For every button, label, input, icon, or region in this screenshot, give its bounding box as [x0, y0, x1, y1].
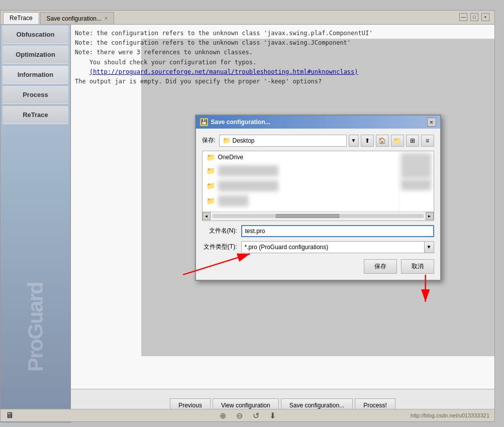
- sidebar-item-obfuscation[interactable]: Obfuscation: [3, 26, 68, 44]
- up-folder-button[interactable]: ⬆: [361, 135, 374, 147]
- location-dropdown-button[interactable]: ▼: [349, 135, 359, 147]
- file-list-right: [398, 151, 434, 212]
- file-item-blurred-2[interactable]: 📁: [203, 178, 398, 193]
- tab-save-config[interactable]: Save configuration... ×: [40, 12, 114, 24]
- tab-retrace[interactable]: ReTrace: [3, 12, 39, 24]
- list-view-button[interactable]: ≡: [421, 135, 434, 147]
- sidebar-watermark: ProGuard: [1, 252, 71, 402]
- window-controls: — □ ×: [459, 13, 489, 21]
- folder-icon: 📁: [223, 137, 231, 144]
- file-item-blurred-3[interactable]: 📁: [203, 193, 398, 208]
- home-button[interactable]: 🏠: [376, 135, 389, 147]
- sidebar: Obfuscation Optimization Information Pro…: [1, 25, 71, 422]
- zoom-out-icon[interactable]: ⊖: [236, 411, 243, 420]
- filename-label: 文件名(N):: [202, 227, 237, 235]
- modal-overlay: 💾 Save configuration... × 保存: 📁 Desktop: [141, 39, 494, 356]
- zoom-in-icon[interactable]: ⊕: [220, 411, 226, 420]
- tab-close-icon[interactable]: ×: [105, 16, 108, 21]
- monitor-icon: 🖥: [6, 411, 14, 419]
- sidebar-item-process[interactable]: Process: [3, 86, 68, 104]
- blurred-filename-3: [218, 195, 248, 206]
- dialog-save-button[interactable]: 保存: [364, 259, 397, 274]
- reset-zoom-icon[interactable]: ↺: [253, 411, 259, 420]
- dialog-title-text: Save configuration...: [211, 119, 270, 126]
- close-button[interactable]: ×: [481, 13, 489, 21]
- location-label: 保存:: [202, 136, 217, 145]
- file-item-blurred-1[interactable]: 📁: [203, 163, 398, 178]
- file-list-inner: 📁 OneDrive 📁 📁: [203, 151, 434, 212]
- onedrive-folder-icon: 📁: [207, 153, 215, 161]
- scroll-left-button[interactable]: ◄: [203, 212, 211, 220]
- filetype-row: 文件类型(T): *.pro (ProGuard configurations)…: [202, 241, 434, 253]
- filename-row: 文件名(N):: [202, 225, 434, 237]
- location-value: Desktop: [233, 137, 255, 144]
- blurred-folder-icon-3: 📁: [207, 197, 215, 205]
- main-content: Note: the configuration refers to the un…: [71, 25, 494, 389]
- blurred-folder-icon-2: 📁: [207, 182, 215, 190]
- filetype-label: 文件类型(T):: [202, 243, 237, 251]
- sidebar-item-information[interactable]: Information: [3, 66, 68, 84]
- scroll-right-button[interactable]: ►: [426, 212, 434, 220]
- file-item-onedrive[interactable]: 📁 OneDrive: [203, 151, 398, 163]
- blurred-filename-1: [218, 165, 278, 176]
- filetype-select[interactable]: *.pro (ProGuard configurations): [241, 241, 434, 253]
- scroll-track[interactable]: [213, 214, 424, 218]
- location-combo[interactable]: 📁 Desktop: [219, 135, 347, 147]
- dialog-titlebar: 💾 Save configuration... ×: [196, 116, 440, 129]
- app-window: ReTrace Save configuration... × — □ × Ob…: [0, 10, 495, 422]
- log-line-1: Note: the configuration refers to the un…: [75, 29, 490, 38]
- file-list-left: 📁 OneDrive 📁 📁: [203, 151, 398, 212]
- dialog-body: 保存: 📁 Desktop ▼ ⬆ 🏠 📁 ⊞ ≡: [196, 129, 440, 280]
- filename-input[interactable]: [241, 225, 434, 237]
- status-url: http://blog.csdn.net/u013333321: [411, 412, 489, 418]
- sidebar-item-optimization[interactable]: Optimization: [3, 46, 68, 64]
- download-icon[interactable]: ⬇: [269, 411, 276, 420]
- sidebar-item-retrace[interactable]: ReTrace: [3, 106, 68, 124]
- scroll-thumb[interactable]: [276, 214, 339, 218]
- location-toolbar: 保存: 📁 Desktop ▼ ⬆ 🏠 📁 ⊞ ≡: [202, 135, 434, 147]
- blurred-filename-2: [218, 180, 278, 191]
- maximize-button[interactable]: □: [470, 13, 478, 21]
- grid-view-button[interactable]: ⊞: [406, 135, 419, 147]
- new-folder-button[interactable]: 📁: [391, 135, 404, 147]
- status-icons: ⊕ ⊖ ↺ ⬇: [220, 411, 276, 420]
- blurred-folder-icon-1: 📁: [207, 167, 215, 175]
- file-list-scrollbar[interactable]: ◄ ►: [203, 211, 434, 221]
- title-bar: ReTrace Save configuration... × — □ ×: [1, 11, 494, 25]
- thumb-1: [401, 153, 431, 178]
- save-config-dialog: 💾 Save configuration... × 保存: 📁 Desktop: [195, 115, 441, 281]
- thumb-2: [401, 179, 431, 190]
- status-bar: 🖥 ⊕ ⊖ ↺ ⬇ http://blog.csdn.net/u01333332…: [1, 409, 494, 421]
- dialog-close-button[interactable]: ×: [427, 118, 436, 127]
- filetype-select-wrapper: *.pro (ProGuard configurations) ▼: [241, 241, 434, 253]
- status-left: 🖥: [6, 411, 31, 420]
- dialog-actions: 保存 取消: [202, 257, 434, 274]
- dialog-icon: 💾: [200, 118, 208, 126]
- file-list: 📁 OneDrive 📁 📁: [202, 151, 434, 221]
- dialog-cancel-button[interactable]: 取消: [401, 259, 434, 274]
- dialog-title-left: 💾 Save configuration...: [200, 118, 270, 126]
- filetype-dropdown-arrow[interactable]: ▼: [424, 241, 434, 253]
- minimize-button[interactable]: —: [459, 13, 467, 21]
- onedrive-label: OneDrive: [218, 154, 244, 161]
